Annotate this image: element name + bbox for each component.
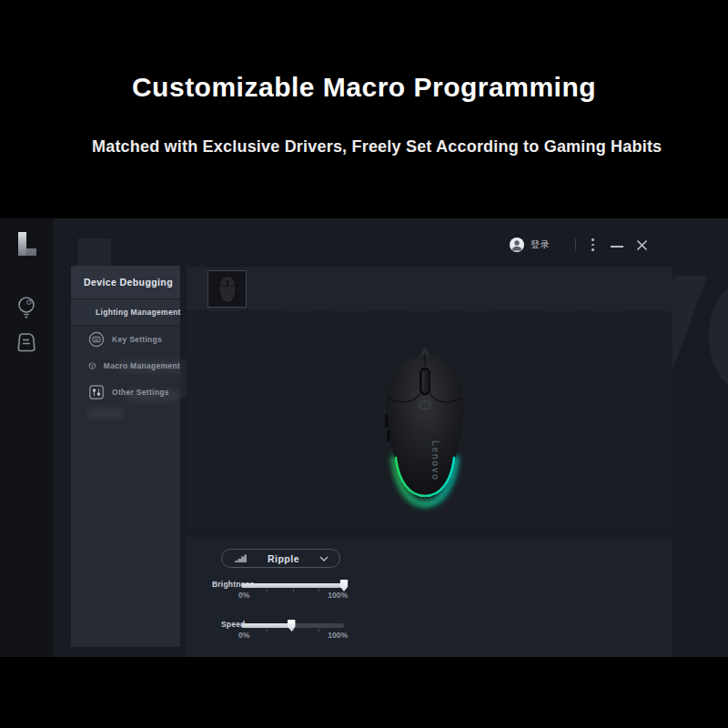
brightness-max-label: 100% <box>328 591 348 600</box>
lighting-controls-panel: Ripple Brightness 0% 100% Speed 0% 100% <box>187 537 672 657</box>
page-title: Customizable Macro Programming <box>0 72 728 103</box>
brightness-min-label: 0% <box>238 591 249 600</box>
mouse-brand-text: Lenovo <box>430 440 440 481</box>
watermark-smudge <box>116 360 189 372</box>
toggles-icon <box>88 384 105 400</box>
side-button <box>387 430 390 441</box>
driver-app-window: Lenovo 登录 <box>0 218 728 657</box>
menu-kebab-icon[interactable] <box>590 237 596 253</box>
mouse-thumbnail-icon <box>217 274 238 305</box>
ripple-icon <box>234 553 248 563</box>
speed-slider[interactable]: 0% 100% <box>241 623 344 628</box>
speed-max-label: 100% <box>328 631 348 640</box>
login-button[interactable]: 登录 <box>531 238 551 251</box>
lighting-nav-icon[interactable] <box>15 295 37 320</box>
minimize-button[interactable] <box>611 238 623 251</box>
watermark-smudge <box>87 408 124 419</box>
sidebar-item-lighting-management[interactable]: Lighting Management <box>71 299 180 326</box>
mouse-product-image: Lenovo <box>375 347 475 520</box>
watermark-smudge <box>126 389 180 401</box>
person-icon <box>510 238 524 252</box>
effect-select[interactable]: Ripple <box>221 549 340 568</box>
chevron-down-icon <box>319 556 329 561</box>
macro-cube-icon <box>88 358 96 374</box>
user-avatar[interactable] <box>510 238 524 252</box>
sidebar-item-label: Lighting Management <box>96 308 181 317</box>
device-nav-icon[interactable] <box>15 331 37 355</box>
topbar-divider <box>575 238 576 251</box>
side-button <box>385 414 389 428</box>
speed-slider-thumb[interactable] <box>288 620 296 632</box>
left-rail <box>0 218 53 657</box>
window-topbar: 登录 <box>510 235 648 255</box>
close-icon <box>636 239 648 251</box>
sidebar-header: Device Debugging <box>71 266 180 299</box>
device-preview-area: Lenovo <box>187 311 672 530</box>
effect-select-value: Ripple <box>248 553 319 564</box>
close-button[interactable] <box>636 239 648 251</box>
speed-min-label: 0% <box>238 631 249 640</box>
brightness-slider[interactable]: 0% 100% <box>241 583 344 588</box>
device-thumbnail-strip <box>187 267 672 310</box>
sidebar-panel: Device Debugging Lighting Management Key… <box>71 266 180 647</box>
sidebar-item-label: Key Settings <box>112 335 162 344</box>
sidebar-item-key-settings[interactable]: Key Settings <box>71 326 180 352</box>
keyboard-icon <box>88 331 105 348</box>
device-thumbnail[interactable] <box>207 270 247 308</box>
lenovo-logo <box>15 231 38 258</box>
page-subtitle: Matched with Exclusive Drivers, Freely S… <box>92 137 662 157</box>
